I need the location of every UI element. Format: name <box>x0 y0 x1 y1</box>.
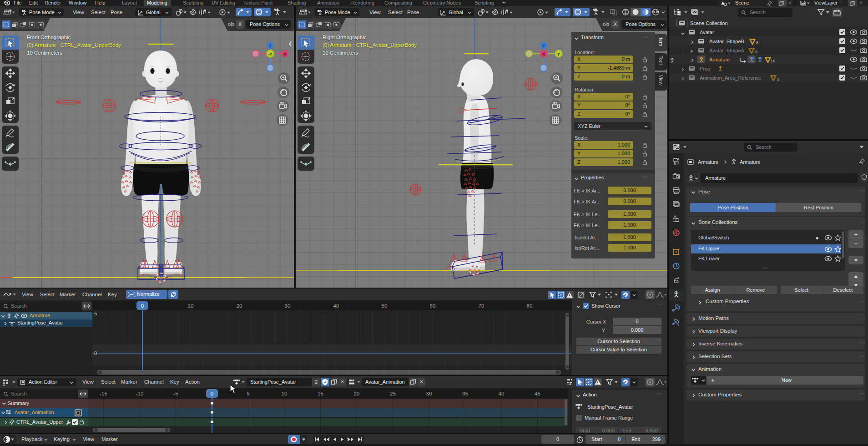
svg-text:-10: -10 <box>136 391 144 396</box>
svg-text:20: 20 <box>354 391 360 396</box>
svg-text:20: 20 <box>237 303 242 309</box>
svg-text:70: 70 <box>479 303 484 309</box>
svg-text:0: 0 <box>94 350 97 356</box>
svg-text:Z: Z <box>542 43 545 48</box>
svg-text:45: 45 <box>535 391 540 396</box>
svg-text:80: 80 <box>527 303 533 309</box>
svg-text:30: 30 <box>426 391 432 396</box>
svg-text:-Y: -Y <box>268 52 273 56</box>
svg-text:-15: -15 <box>100 391 107 396</box>
svg-text:X: X <box>283 51 287 56</box>
svg-text:30: 30 <box>285 303 291 309</box>
svg-text:15: 15 <box>318 391 323 396</box>
svg-text:40: 40 <box>333 303 339 309</box>
svg-text:25: 25 <box>390 391 396 396</box>
svg-text:35: 35 <box>462 391 468 396</box>
svg-text:Z: Z <box>269 43 272 48</box>
svg-text:0: 0 <box>141 303 144 309</box>
svg-text:5: 5 <box>247 391 249 396</box>
svg-text:10: 10 <box>282 391 288 396</box>
svg-text:Y: Y <box>557 51 560 56</box>
svg-text:10: 10 <box>188 303 194 309</box>
svg-text:50: 50 <box>382 303 388 309</box>
svg-text:0: 0 <box>211 391 213 396</box>
svg-text:X: X <box>542 51 545 56</box>
svg-text:60: 60 <box>430 303 436 309</box>
svg-text:40: 40 <box>499 391 505 396</box>
svg-text:5: 5 <box>94 311 97 316</box>
svg-text:-5: -5 <box>173 391 178 396</box>
